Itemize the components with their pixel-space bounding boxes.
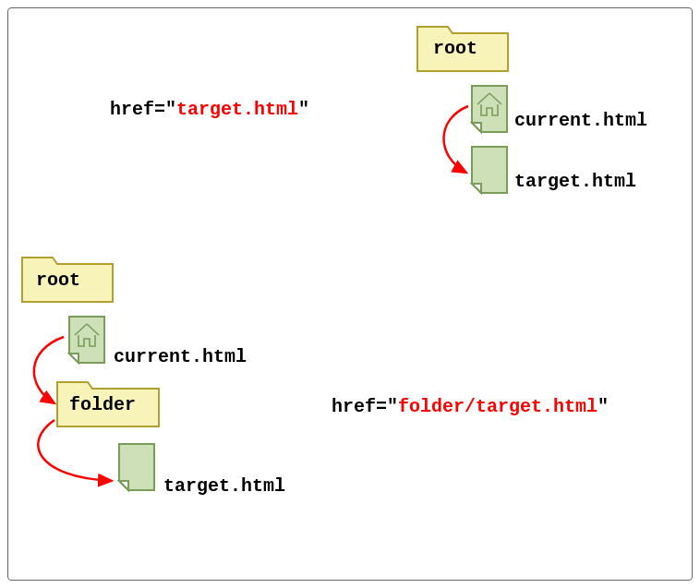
arrow-1: [422, 101, 477, 189]
href-suffix: ": [597, 396, 609, 417]
href-prefix: href=": [110, 99, 176, 120]
current-file-icon-2: [66, 315, 108, 372]
href-value: target.html: [176, 99, 298, 120]
href-value: folder/target.html: [398, 396, 597, 417]
root-label-1: root: [433, 38, 477, 59]
target-label-1: target.html: [514, 171, 636, 192]
arrow-2a: [16, 331, 71, 420]
href-label-2: href="folder/target.html": [332, 396, 609, 417]
current-label-1: current.html: [514, 110, 647, 131]
root-label-2: root: [36, 270, 80, 291]
href-suffix: ": [298, 99, 309, 120]
folder-label-2: folder: [69, 394, 136, 415]
diagram-frame: href="target.html" root current.html tar…: [7, 7, 693, 581]
href-prefix: href=": [332, 396, 398, 417]
current-label-2: current.html: [114, 346, 247, 367]
target-label-2: target.html: [163, 475, 285, 497]
arrow-2b: [18, 414, 128, 503]
href-label-1: href="target.html": [110, 99, 309, 120]
